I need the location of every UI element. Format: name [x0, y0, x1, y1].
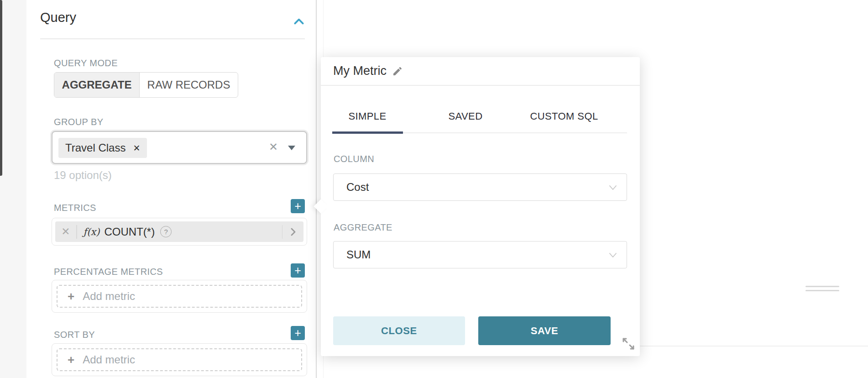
- add-sort-metric-dropzone[interactable]: + Add metric: [57, 348, 302, 371]
- sort-by-label: SORT BY: [54, 330, 95, 340]
- chevron-down-icon: [607, 249, 618, 260]
- column-value: Cost: [346, 181, 607, 194]
- remove-tag-icon[interactable]: ✕: [133, 143, 140, 153]
- scrollbar-thumb[interactable]: [0, 0, 2, 176]
- plus-icon: +: [68, 289, 74, 304]
- drag-handle[interactable]: [805, 286, 839, 292]
- add-metric-placeholder: Add metric: [83, 353, 135, 366]
- query-mode-aggregate-button[interactable]: AGGREGATE: [54, 73, 140, 97]
- active-tab-indicator: [332, 131, 403, 134]
- query-section-title: Query: [40, 10, 76, 25]
- metric-item[interactable]: ✕ ƒ(x) COUNT(*) ?: [55, 221, 303, 242]
- column-label: COLUMN: [334, 154, 374, 164]
- query-mode-label: QUERY MODE: [54, 58, 118, 68]
- group-by-label: GROUP BY: [54, 117, 103, 127]
- chevron-down-icon: [607, 182, 618, 193]
- popover-header: My Metric: [321, 57, 640, 85]
- aggregate-label: AGGREGATE: [334, 222, 392, 233]
- metrics-container: ✕ ƒ(x) COUNT(*) ?: [52, 218, 307, 246]
- aggregate-select[interactable]: SUM: [333, 241, 627, 268]
- question-circle-icon[interactable]: ?: [160, 226, 172, 237]
- divider: [321, 85, 640, 86]
- panel-divider: [316, 0, 317, 378]
- expand-icon[interactable]: [621, 336, 636, 352]
- add-percentage-metric-button[interactable]: +: [291, 263, 305, 278]
- pencil-icon[interactable]: [392, 66, 403, 77]
- aggregate-value: SUM: [346, 248, 607, 261]
- group-by-tag: Travel Class ✕: [58, 138, 147, 158]
- clear-icon[interactable]: ✕: [269, 141, 278, 153]
- divider: [76, 225, 77, 239]
- metrics-label: METRICS: [54, 203, 96, 213]
- percentage-metrics-container: + Add metric: [52, 280, 307, 313]
- metric-item-label: COUNT(*): [105, 226, 155, 238]
- tab-simple[interactable]: SIMPLE: [348, 110, 386, 122]
- section-divider: [40, 38, 305, 39]
- tab-custom-sql[interactable]: CUSTOM SQL: [530, 110, 598, 122]
- tab-saved[interactable]: SAVED: [449, 110, 483, 122]
- add-percentage-metric-dropzone[interactable]: + Add metric: [57, 285, 302, 308]
- percentage-metrics-label: PERCENTAGE METRICS: [54, 267, 163, 277]
- remove-metric-icon[interactable]: ✕: [55, 226, 76, 238]
- group-by-tag-label: Travel Class: [65, 142, 125, 154]
- query-mode-raw-records-button[interactable]: RAW RECORDS: [140, 73, 238, 97]
- chevron-up-icon[interactable]: [292, 16, 306, 27]
- options-count-hint: 19 option(s): [54, 169, 112, 182]
- metric-edit-popover: My Metric SIMPLE SAVED CUSTOM SQL COLUMN…: [321, 57, 640, 356]
- plus-icon: +: [68, 353, 74, 367]
- left-gutter: [0, 0, 26, 378]
- metric-name: My Metric: [333, 64, 387, 78]
- close-button[interactable]: CLOSE: [333, 316, 465, 345]
- explore-chart-builder: Query QUERY MODE AGGREGATE RAW RECORDS G…: [0, 0, 868, 378]
- add-sort-by-button[interactable]: +: [291, 326, 305, 340]
- caret-down-icon[interactable]: [288, 146, 295, 150]
- group-by-select[interactable]: Travel Class ✕ ✕: [52, 131, 307, 164]
- add-metric-placeholder: Add metric: [83, 290, 135, 303]
- query-mode-toggle: AGGREGATE RAW RECORDS: [54, 72, 238, 98]
- sort-by-container: + Add metric: [52, 343, 307, 376]
- column-select[interactable]: Cost: [333, 173, 627, 201]
- add-metric-button[interactable]: +: [291, 199, 305, 213]
- chevron-right-icon[interactable]: [282, 226, 303, 237]
- save-button[interactable]: SAVE: [478, 316, 611, 345]
- function-icon: ƒ(x): [84, 226, 100, 237]
